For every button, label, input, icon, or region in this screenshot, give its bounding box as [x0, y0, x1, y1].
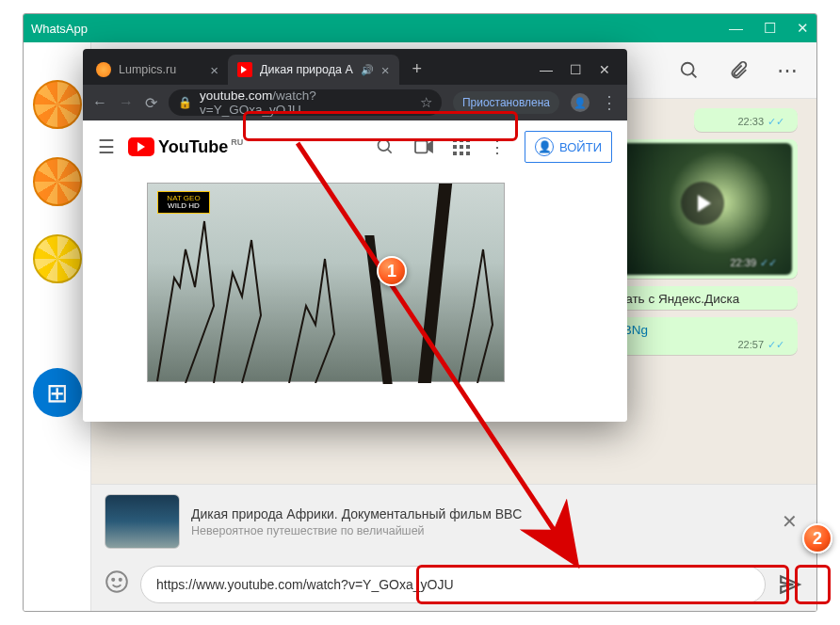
chat-avatar[interactable]	[33, 157, 82, 206]
search-icon[interactable]	[679, 60, 700, 81]
favicon-icon	[237, 62, 252, 77]
svg-rect-14	[453, 152, 457, 155]
close-icon[interactable]: ✕	[797, 20, 809, 37]
svg-rect-9	[460, 138, 463, 142]
browser-tab-active[interactable]: Дикая природа А 🔊 ×	[228, 55, 399, 85]
lock-icon[interactable]: 🔒	[178, 96, 192, 109]
video-message[interactable]: 22:39✓✓	[609, 139, 798, 279]
reload-icon[interactable]: ⟳	[145, 94, 157, 112]
youtube-play-icon	[128, 137, 154, 156]
audio-icon[interactable]: 🔊	[361, 64, 374, 76]
svg-rect-8	[453, 138, 457, 142]
whatsapp-title: WhatsApp	[31, 22, 88, 36]
create-icon[interactable]	[413, 138, 434, 155]
chat-sidebar: ⊞	[24, 42, 91, 611]
url-host: youtube.com	[200, 88, 272, 103]
read-tick-icon: ✓✓	[767, 116, 784, 127]
back-icon[interactable]: ←	[92, 94, 107, 111]
youtube-header: ☰ YouTube RU ⋮ 👤 ВОЙТИ	[83, 120, 627, 173]
chat-avatar[interactable]	[33, 234, 82, 283]
preview-thumbnail	[105, 494, 180, 549]
close-icon[interactable]: ✕	[599, 62, 610, 77]
message-bubble[interactable]: 22:33✓✓	[694, 108, 798, 132]
tab-close-icon[interactable]: ×	[210, 62, 218, 78]
svg-point-5	[379, 140, 390, 152]
minimize-icon[interactable]: —	[729, 20, 743, 37]
minimize-icon[interactable]: —	[540, 62, 553, 77]
chat-avatar[interactable]: ⊞	[33, 368, 82, 417]
maximize-icon[interactable]: ☐	[764, 20, 776, 37]
input-row	[91, 558, 816, 611]
tab-close-icon[interactable]: ×	[381, 62, 390, 78]
tab-strip: Lumpics.ru × Дикая природа А 🔊 × + — ☐ ✕	[83, 49, 627, 85]
whatsapp-titlebar[interactable]: WhatsApp — ☐ ✕	[24, 14, 816, 42]
tab-title: Дикая природа А	[260, 63, 353, 76]
send-button[interactable]	[777, 571, 803, 598]
bookmark-icon[interactable]: ☆	[420, 94, 432, 111]
emoji-icon[interactable]	[105, 569, 129, 600]
favicon-icon	[96, 62, 111, 77]
url-bar[interactable]: 🔒 youtube.com/watch?v=Y_GOxa_yOJU ☆	[169, 89, 442, 116]
svg-point-4	[120, 579, 121, 581]
svg-rect-10	[466, 138, 470, 142]
maximize-icon[interactable]: ☐	[570, 62, 582, 77]
message-time: 22:33	[737, 116, 764, 127]
profile-icon[interactable]: 👤	[571, 93, 590, 112]
forward-icon[interactable]: →	[119, 94, 134, 111]
svg-rect-11	[453, 145, 457, 149]
hamburger-icon[interactable]: ☰	[98, 136, 115, 158]
apps-icon[interactable]	[453, 138, 470, 155]
video-thumbnail[interactable]: 22:39✓✓	[613, 143, 792, 275]
svg-rect-16	[466, 152, 470, 155]
video-frame-art	[148, 184, 506, 383]
person-icon: 👤	[535, 137, 554, 156]
chat-avatar[interactable]	[33, 80, 82, 129]
svg-rect-15	[460, 152, 463, 155]
browser-window: Lumpics.ru × Дикая природа А 🔊 × + — ☐ ✕…	[83, 49, 627, 422]
preview-close-icon[interactable]: ✕	[776, 505, 803, 538]
svg-point-3	[112, 579, 114, 581]
message-time: 22:57	[737, 339, 764, 350]
settings-menu-icon[interactable]: ⋮	[489, 136, 506, 157]
svg-rect-12	[460, 145, 463, 149]
video-player[interactable]: NAT GEO WILD HD	[147, 183, 505, 382]
browser-tab[interactable]: Lumpics.ru ×	[87, 55, 228, 85]
browser-menu-icon[interactable]: ⋮	[601, 92, 618, 113]
svg-point-2	[106, 571, 127, 592]
sync-paused-chip[interactable]: Приостановлена	[453, 91, 559, 114]
read-tick-icon: ✓✓	[760, 257, 777, 268]
preview-subtitle: Невероятное путешествие по величайшей	[191, 524, 765, 537]
svg-point-0	[682, 62, 694, 74]
play-icon[interactable]	[681, 182, 724, 225]
message-time: 22:39	[730, 257, 756, 268]
svg-rect-13	[466, 145, 470, 149]
link-preview: Дикая природа Африки. Документальный фил…	[91, 484, 816, 558]
search-icon[interactable]	[376, 137, 395, 156]
read-tick-icon: ✓✓	[767, 339, 784, 350]
attach-icon[interactable]	[728, 60, 749, 81]
youtube-logo[interactable]: YouTube RU	[128, 137, 243, 157]
signin-button[interactable]: 👤 ВОЙТИ	[525, 131, 612, 163]
message-input[interactable]	[140, 566, 766, 603]
youtube-page: ☰ YouTube RU ⋮ 👤 ВОЙТИ NAT GEO WILD HD	[83, 120, 627, 422]
new-tab-button[interactable]: +	[407, 54, 428, 85]
preview-title: Дикая природа Африки. Документальный фил…	[191, 506, 765, 521]
tab-title: Lumpics.ru	[119, 63, 176, 76]
svg-line-6	[388, 150, 392, 153]
address-bar-row: ← → ⟳ 🔒 youtube.com/watch?v=Y_GOxa_yOJU …	[83, 85, 627, 120]
menu-icon[interactable]: ⋯	[777, 58, 800, 83]
svg-line-1	[692, 72, 697, 77]
